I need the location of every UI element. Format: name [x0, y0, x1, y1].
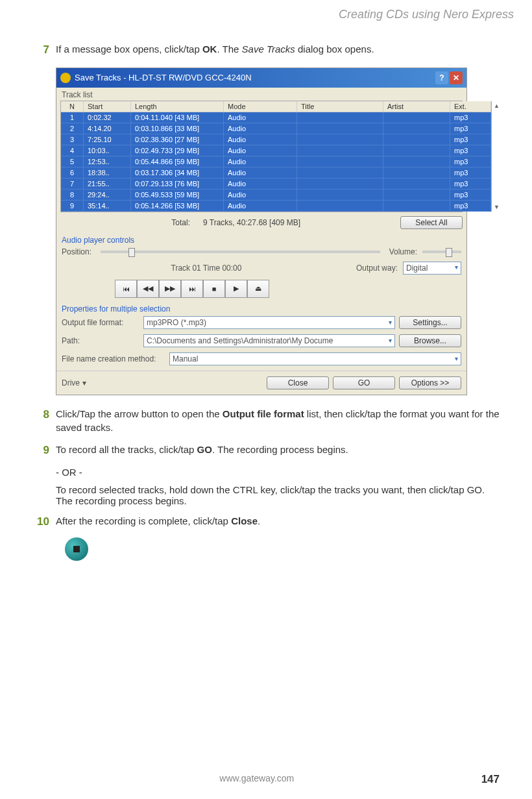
- step-num: 10: [32, 514, 56, 530]
- fastfwd-button[interactable]: ▶▶: [159, 280, 181, 298]
- track-row[interactable]: 935:14..0:05.14.266 [53 MB]Audiomp3: [61, 201, 491, 212]
- track-row[interactable]: 24:14.200:03.10.866 [33 MB]Audiomp3: [61, 123, 491, 134]
- select-all-button[interactable]: Select All: [400, 216, 463, 229]
- total-row: Total: 9 Tracks, 40:27.68 [409 MB] Selec…: [56, 212, 466, 233]
- save-tracks-dialog: Save Tracks - HL-DT-ST RW/DVD GCC-4240N …: [56, 68, 467, 395]
- close-window-button[interactable]: ✕: [450, 71, 463, 84]
- eject-button[interactable]: ⏏: [247, 280, 269, 298]
- page-number: 147: [481, 773, 500, 786]
- track-time: Track 01 Time 00:00: [62, 264, 351, 273]
- close-button[interactable]: Close: [267, 376, 329, 389]
- step-9: 9 To record all the tracks, click/tap GO…: [32, 443, 500, 459]
- end-of-steps-icon: [65, 537, 88, 561]
- track-row[interactable]: 721:55..0:07.29.133 [76 MB]Audiomp3: [61, 178, 491, 190]
- step-text: After the recording is complete, click/t…: [56, 514, 500, 530]
- step-9-or: - OR -: [56, 467, 500, 478]
- step-8: 8 Click/Tap the arrow button to open the…: [32, 407, 500, 436]
- rewind-button[interactable]: ◀◀: [137, 280, 159, 298]
- volume-slider[interactable]: [422, 251, 461, 253]
- step-10: 10 After the recording is complete, clic…: [32, 514, 500, 530]
- help-button[interactable]: ?: [435, 71, 448, 84]
- step-text: If a message box opens, click/tap OK. Th…: [56, 42, 500, 58]
- output-format-select[interactable]: mp3PRO (*.mp3): [143, 316, 395, 329]
- audio-controls-label: Audio player controls: [56, 233, 466, 245]
- output-way-label: Output way:: [356, 264, 398, 273]
- output-format-label: Output file format:: [62, 318, 139, 327]
- chevron-down-icon: ▾: [82, 378, 86, 387]
- page-footer: www.gateway.com 147: [0, 773, 532, 786]
- step-num: 9: [32, 443, 56, 459]
- media-buttons: ⏮ ◀◀ ▶▶ ⏭ ■ ▶ ⏏: [115, 280, 466, 298]
- tracklist-label: Track list: [56, 88, 466, 99]
- go-button[interactable]: GO: [333, 376, 395, 389]
- step-9-alt: To record selected tracks, hold down the…: [56, 484, 500, 506]
- track-row[interactable]: 618:38..0:03.17.306 [34 MB]Audiomp3: [61, 167, 491, 178]
- header-title: Creating CDs using Nero Express: [339, 8, 514, 21]
- stop-button[interactable]: ■: [203, 280, 225, 298]
- properties-label: Properties for multiple selection: [56, 302, 466, 313]
- volume-label: Volume:: [389, 247, 417, 256]
- options-button[interactable]: Options >>: [399, 376, 461, 389]
- scrollbar[interactable]: [491, 101, 492, 212]
- position-label: Position:: [62, 247, 91, 256]
- step-7: 7 If a message box opens, click/tap OK. …: [32, 42, 500, 58]
- position-slider[interactable]: [101, 251, 380, 253]
- app-icon: [60, 73, 71, 83]
- tracklist: N Start Length Mode Title Artist Ext. 10…: [60, 101, 463, 212]
- drive-select[interactable]: Drive ▾: [62, 378, 86, 387]
- step-num: 8: [32, 407, 56, 436]
- filename-method-label: File name creation method:: [62, 354, 165, 363]
- path-label: Path:: [62, 336, 139, 345]
- page-header: Creating CDs using Nero Express: [0, 0, 532, 21]
- track-row[interactable]: 410:03..0:02.49.733 [29 MB]Audiomp3: [61, 145, 491, 156]
- titlebar[interactable]: Save Tracks - HL-DT-ST RW/DVD GCC-4240N …: [56, 68, 466, 88]
- track-row[interactable]: 829:24..0:05.49.533 [59 MB]Audiomp3: [61, 190, 491, 201]
- step-text: Click/Tap the arrow button to open the O…: [56, 407, 500, 436]
- track-row[interactable]: 37:25.100:02.38.360 [27 MB]Audiomp3: [61, 134, 491, 145]
- skip-back-button[interactable]: ⏮: [115, 280, 137, 298]
- output-way-select[interactable]: Digital: [403, 262, 461, 275]
- window-title: Save Tracks - HL-DT-ST RW/DVD GCC-4240N: [75, 73, 435, 82]
- tracklist-header: N Start Length Mode Title Artist Ext.: [61, 101, 491, 112]
- settings-button[interactable]: Settings...: [399, 316, 461, 329]
- play-button[interactable]: ▶: [225, 280, 247, 298]
- footer-url: www.gateway.com: [32, 773, 481, 786]
- track-row[interactable]: 10:02.320:04.11.040 [43 MB]Audiomp3: [61, 112, 491, 123]
- skip-fwd-button[interactable]: ⏭: [181, 280, 203, 298]
- step-text: To record all the tracks, click/tap GO. …: [56, 443, 500, 459]
- browse-button[interactable]: Browse...: [399, 334, 461, 347]
- filename-method-select[interactable]: Manual: [169, 352, 461, 365]
- path-input[interactable]: C:\Documents and Settings\Administrator\…: [143, 334, 395, 347]
- step-num: 7: [32, 42, 56, 58]
- track-row[interactable]: 512:53..0:05.44.866 [59 MB]Audiomp3: [61, 156, 491, 167]
